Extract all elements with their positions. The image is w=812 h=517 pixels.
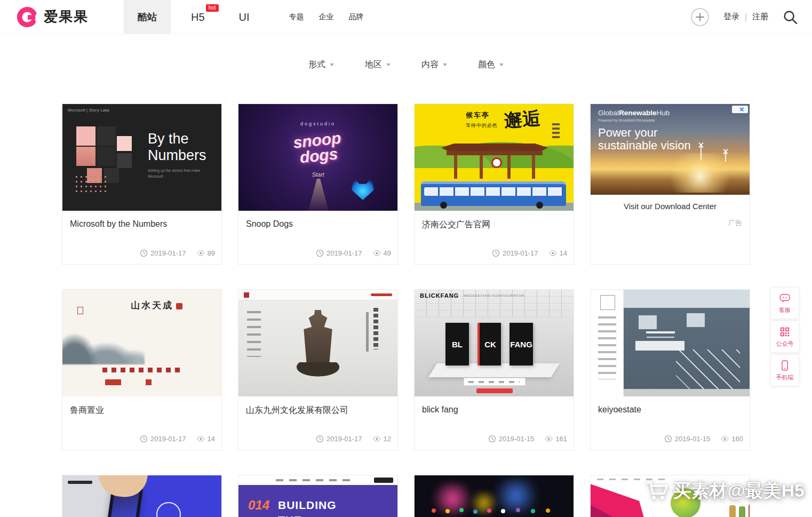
wind-turbine-graphic (700, 145, 702, 161)
light-beam-graphic (308, 179, 329, 211)
site-thumbnail[interactable]: 014 BUILDING THE (238, 475, 397, 517)
site-card-jiuzhou: 山东九州文化发展有限公司 2019-01-17 12 (238, 289, 398, 450)
ad-thumbnail[interactable]: GlobalRenewableHub Powered by Brookfield… (591, 104, 750, 195)
site-thumbnail[interactable] (591, 290, 750, 396)
clock-icon (488, 435, 496, 443)
mobile-version-button[interactable]: 手机端 (770, 354, 799, 386)
clock-icon (316, 435, 324, 443)
card-date: 2019-01-17 (327, 435, 362, 443)
nav-item-h5[interactable]: H5 hot (177, 0, 219, 34)
site-thumbnail[interactable]: 山水天成 (62, 290, 221, 396)
card-title[interactable]: blick fang (415, 396, 574, 415)
card-meta: 2019-01-15 161 (488, 435, 567, 443)
card-title[interactable]: Microsoft by the Numbers (62, 211, 221, 229)
site-thumbnail[interactable] (238, 290, 397, 396)
filter-format[interactable]: 形式 (308, 59, 334, 70)
login-link[interactable]: 登录 (723, 12, 739, 22)
logo-icon (16, 6, 38, 28)
smartphone-icon (779, 360, 791, 371)
filter-region[interactable]: 地区 (365, 59, 391, 70)
qrcode-icon (779, 326, 791, 338)
site-card-lushang: 山水天成 鲁商置业 2019-01-17 14 (62, 289, 222, 450)
statue-base-graphic (292, 362, 344, 378)
site-thumbnail[interactable]: dogstudio snoop dogs Start (238, 104, 397, 211)
card-title[interactable]: 山东九州文化发展有限公司 (238, 396, 397, 416)
subnav-item-enterprise[interactable]: 企业 (319, 12, 334, 22)
official-account-button[interactable]: 公众号 (770, 321, 799, 353)
search-icon[interactable] (782, 9, 798, 25)
card-views: 89 (208, 249, 215, 257)
bus-graphic (421, 181, 566, 206)
booth-panel: CK (477, 323, 501, 365)
building-photo-graphic (624, 290, 750, 396)
card-title[interactable]: Snoop Dogs (238, 211, 397, 229)
thumb-number-text: 014 (248, 498, 269, 513)
register-link[interactable]: 注册 (752, 12, 768, 22)
filter-format-label: 形式 (308, 59, 325, 70)
wind-turbine-graphic (725, 151, 726, 162)
subnav-item-topics[interactable]: 专题 (289, 12, 304, 22)
green-circle-graphic (671, 488, 700, 517)
logo[interactable]: 爱果果 (16, 6, 89, 28)
ad-card: GlobalRenewableHub Powered by Brookfield… (590, 104, 750, 265)
thumb-heading-line1: By the (148, 131, 206, 147)
thumb-heading: 山水天成 (131, 299, 182, 312)
site-card-microsoft: Microsoft | Story Labs By the Numbers Ad… (62, 104, 222, 265)
ad-powered-text: Powered by Brookfield Renewable (598, 118, 655, 122)
bottles-graphic (729, 505, 736, 517)
sunset-graphic (665, 153, 735, 193)
thumb-heading-line2: Numbers (148, 147, 206, 164)
site-thumbnail[interactable] (415, 475, 574, 517)
card-meta: 2019-01-17 14 (492, 249, 567, 257)
site-thumbnail[interactable]: Microsoft | Story Labs By the Numbers Ad… (62, 104, 221, 211)
ad-close-icon[interactable] (732, 106, 748, 113)
site-card-partial (62, 475, 222, 517)
card-title[interactable]: 济南公交广告官网 (415, 211, 574, 230)
subnav-item-brand[interactable]: 品牌 (349, 12, 364, 22)
site-thumbnail[interactable]: 候车亭 等待中的必然 邂逅 (415, 104, 574, 211)
side-widget-label: 手机端 (776, 373, 794, 381)
header: 爱果果 酷站 H5 hot UI 专题 企业 品牌 登录 | 注册 (0, 0, 812, 34)
ad-headline: Power your sustainable vision (598, 126, 699, 152)
mini-navbar-graphic (238, 475, 397, 485)
ad-brand-renewable: Renewable (619, 109, 657, 117)
nav-item-coolsites[interactable]: 酷站 (124, 0, 171, 34)
card-title[interactable]: 鲁商置业 (62, 396, 221, 416)
thumb-heading: snoop dogs (238, 125, 397, 172)
eye-icon (197, 435, 205, 443)
nav-item-ui[interactable]: UI (225, 0, 264, 34)
slogan-text-graphic (102, 368, 182, 372)
glow-graphic (468, 491, 500, 515)
eye-icon (197, 249, 205, 257)
side-widget-label: 客服 (779, 306, 791, 314)
clock-icon (140, 435, 148, 443)
clock-icon (492, 249, 500, 257)
filter-content[interactable]: 内容 (421, 59, 447, 70)
ad-link[interactable]: Visit our Download Center (591, 202, 750, 211)
card-date: 2019-01-17 (503, 249, 538, 257)
clock-icon (316, 249, 324, 257)
site-thumbnail[interactable] (62, 475, 221, 517)
ink-mountains-graphic (62, 305, 145, 364)
card-meta: 2019-01-17 89 (140, 249, 215, 257)
card-views: 14 (208, 435, 215, 443)
booth-panel: FANG (510, 323, 533, 365)
site-card-jinan-bus: 候车亭 等待中的必然 邂逅 济南公交广告官网 2019-01-17 14 (414, 104, 574, 265)
site-thumbnail[interactable] (591, 475, 750, 517)
header-right: 登录 | 注册 (690, 7, 812, 27)
dog-mask-graphic (352, 178, 374, 200)
card-title[interactable]: keiyoestate (591, 396, 750, 415)
thumb-heading-line1: BUILDING (278, 499, 337, 512)
ad-label: 广告 (728, 218, 742, 228)
clock-icon (140, 249, 148, 257)
filter-region-label: 地区 (365, 59, 382, 70)
filter-color[interactable]: 颜色 (478, 59, 504, 70)
thumb-heading-column: 候车亭 等待中的必然 (466, 110, 498, 129)
filter-content-label: 内容 (421, 59, 439, 70)
site-thumbnail[interactable]: BLICKFANG MESSESTAND KONFIGURATOR BL CK … (415, 290, 574, 396)
hot-badge: hot (206, 4, 219, 12)
submit-plus-icon[interactable] (690, 7, 710, 27)
thumb-caption: Adding up the stories that make Microsof… (148, 168, 212, 179)
site-card-keiyoestate: keiyoestate 2019-01-15 160 (590, 289, 750, 450)
customer-service-button[interactable]: 客服 (770, 287, 799, 319)
